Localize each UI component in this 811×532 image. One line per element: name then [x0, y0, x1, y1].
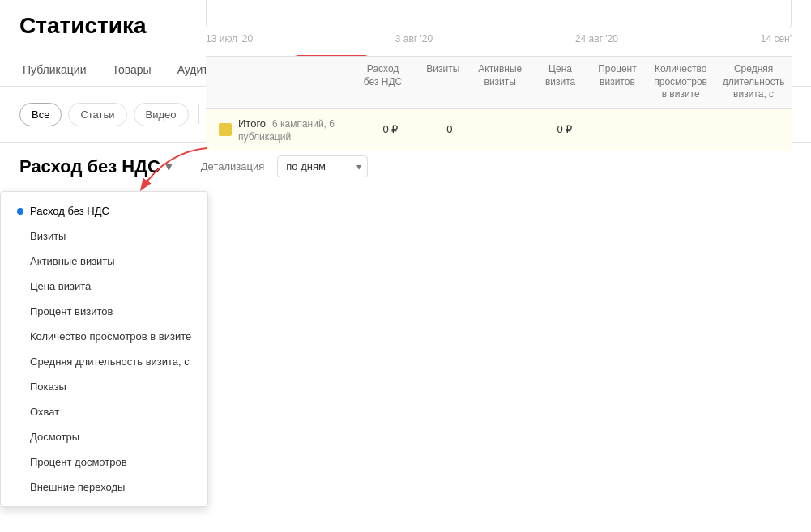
summary-label: Итого — [238, 117, 266, 130]
summary-views: — — [648, 123, 716, 135]
summary-pct: — — [592, 123, 648, 135]
col-header-expense: Расход без НДС — [348, 63, 418, 101]
metric-dropdown-menu: Расход без НДС Визиты Активные визиты Це… — [0, 191, 208, 507]
selected-dot — [17, 208, 23, 215]
tab-publications[interactable]: Публикации — [19, 55, 89, 86]
dropdown-item-active-visits[interactable]: Активные визиты — [1, 249, 207, 274]
dropdown-item-avg-duration[interactable]: Средняя длительность визита, с — [1, 349, 207, 374]
metric-selector-label: Расход без НДС — [19, 156, 160, 177]
col-header-visits: Визиты — [418, 63, 469, 101]
dropdown-item-pct-dosmotr[interactable]: Процент досмотров — [1, 449, 207, 475]
summary-expense: 0 ₽ — [356, 123, 425, 135]
summary-cost: 0 ₽ — [536, 123, 592, 135]
filter-articles[interactable]: Статьи — [68, 103, 126, 126]
x-label-3: 24 авг '20 — [575, 33, 618, 45]
x-label-1: 13 июл '20 — [206, 33, 253, 45]
dropdown-item-expense[interactable]: Расход без НДС — [1, 198, 207, 223]
dropdown-item-views-per-visit[interactable]: Количество просмотров в визите — [1, 324, 207, 349]
dropdown-item-dosmotr[interactable]: Досмотры — [1, 424, 207, 449]
chart-area: Данных нет — [206, 0, 792, 28]
col-header-views: Количество просмотров в визите — [646, 63, 715, 101]
table-area: Расход без НДС Визиты Активные визиты Це… — [206, 56, 792, 151]
detail-label: Детализация — [201, 160, 264, 172]
detail-select[interactable]: по дням по неделям по месяцам — [277, 155, 368, 177]
main-content: Расход без НДС ▾ Детализация по дням по … — [0, 143, 811, 168]
x-axis: 13 июл '20 3 авг '20 24 авг '20 14 сен' — [206, 28, 792, 49]
x-label-4: 14 сен' — [761, 33, 792, 45]
dropdown-item-external[interactable]: Внешние переходы — [1, 475, 207, 500]
dropdown-item-reach[interactable]: Охват — [1, 399, 207, 424]
dropdown-item-cost-visit[interactable]: Цена визита — [1, 274, 207, 299]
dropdown-item-visits[interactable]: Визиты — [1, 223, 207, 249]
col-header-active: Активные визиты — [468, 63, 531, 101]
summary-visits: 0 — [425, 123, 474, 135]
filter-all[interactable]: Все — [19, 103, 62, 126]
metric-selector[interactable]: Расход без НДС ▾ — [19, 156, 172, 177]
table-header: Расход без НДС Визиты Активные визиты Це… — [206, 56, 792, 109]
chart-section: Данных нет 13 июл '20 3 авг '20 24 авг '… — [206, 0, 792, 151]
dropdown-item-pct-visits[interactable]: Процент визитов — [1, 299, 207, 324]
metric-row: Расход без НДС ▾ Детализация по дням по … — [19, 155, 792, 177]
col-header-avg: Средняя длительность визита, с — [715, 63, 792, 101]
filter-separator-1 — [198, 104, 199, 124]
tab-goods[interactable]: Товары — [109, 55, 154, 86]
x-label-2: 3 авг '20 — [395, 33, 433, 45]
chevron-down-icon: ▾ — [165, 159, 172, 174]
col-header-pct: Процент визитов — [589, 63, 646, 101]
filter-video[interactable]: Видео — [134, 103, 189, 126]
col-header-cost: Цена визита — [531, 63, 588, 101]
col-header-campaign — [206, 63, 348, 101]
summary-avg: — — [717, 123, 792, 135]
dropdown-item-shows[interactable]: Показы — [1, 374, 207, 399]
detail-select-wrapper: по дням по неделям по месяцам — [277, 155, 368, 177]
summary-row: Итого 6 кампаний, 6 публикаций 0 ₽ 0 0 ₽… — [206, 109, 792, 151]
summary-icon — [219, 123, 232, 136]
summary-campaign-cell: Итого 6 кампаний, 6 публикаций — [238, 117, 356, 143]
